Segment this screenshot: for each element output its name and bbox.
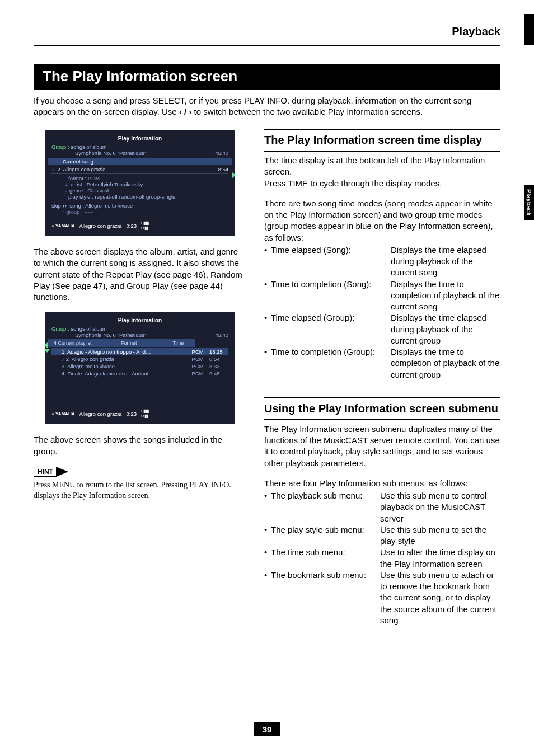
list-item: •The play style sub menu:Use this sub me… bbox=[264, 524, 500, 547]
artist-icon: ♫ bbox=[65, 181, 69, 187]
hint-text: Press MENU to return to the list screen.… bbox=[34, 480, 246, 501]
yamaha-brand-2: ● YAMAHA bbox=[51, 411, 74, 416]
section-rule bbox=[264, 151, 500, 152]
ss1-footer-title: Allegro con grazia bbox=[79, 223, 121, 229]
ss1-song-title: Allegro con grazia bbox=[63, 166, 105, 172]
list-item: •Time to completion (Group):Displays the… bbox=[264, 346, 500, 381]
page-edge-tab bbox=[524, 14, 534, 45]
playlist-row: 3 Allegro molto vivacePCM8:33 bbox=[51, 363, 228, 370]
hint-arrow-icon bbox=[56, 467, 68, 477]
ss1-play-style: play style : repeat-off random-off group… bbox=[51, 194, 175, 200]
ss2-title: Play Information bbox=[51, 317, 228, 323]
section-header: Playback bbox=[452, 25, 500, 38]
left-column: Play Information Group : songs of album … bbox=[34, 126, 246, 626]
ss1-group-line1: songs of album bbox=[71, 144, 106, 150]
list-item: •The bookmark sub menu:Use this sub menu… bbox=[264, 570, 500, 626]
ss1-title: Play Information bbox=[51, 135, 228, 142]
ss1-skip-group: + group : ----- bbox=[51, 209, 93, 215]
sec2-p2: There are four Play Information sub menu… bbox=[264, 478, 500, 489]
play-info-screenshot-1: Play Information Group : songs of album … bbox=[45, 130, 235, 236]
ss2-group-label: Group : bbox=[51, 326, 69, 332]
nav-arrow-right-icon bbox=[232, 172, 236, 178]
section-rule bbox=[264, 397, 500, 398]
left-paragraph-1: The above screen displays the album, art… bbox=[34, 246, 246, 303]
sec2-p1: The Play Information screen submenu dupl… bbox=[264, 424, 500, 469]
playlist-row: ♪2 Allegro con graziaPCM8:54 bbox=[51, 355, 228, 363]
submenus-list: •The playback sub menu:Use this sub menu… bbox=[264, 490, 500, 626]
section-title-submenu: Using the Play Information screen submen… bbox=[264, 402, 500, 416]
sec1-p2: Press TIME to cycle through the display … bbox=[264, 178, 500, 189]
level-meter-icon-2: L ▮▮▮R ▮▮ bbox=[141, 408, 148, 419]
hint-flag: HINT bbox=[34, 467, 57, 477]
section-rule bbox=[264, 419, 500, 420]
ss2-col-format: Format bbox=[120, 340, 144, 346]
nav-arrow-left-icon bbox=[44, 342, 48, 348]
play-info-screenshot-2: Play Information Group : songs of album … bbox=[45, 312, 235, 424]
intro-paragraph: If you choose a song and press SELECT, o… bbox=[34, 95, 500, 118]
yamaha-brand: ● YAMAHA bbox=[51, 223, 74, 228]
playlist-row: 4 Finale. Adagio lamentoso - Andant…PCM9… bbox=[51, 370, 228, 377]
ss1-group-label: Group : bbox=[51, 144, 69, 150]
ss1-song-time: 8:54 bbox=[218, 166, 229, 172]
left-paragraph-2: The above screen shows the songs include… bbox=[34, 434, 246, 457]
ss1-artist: artist : Peter Ilyich Tchaikovsky bbox=[71, 181, 143, 187]
sec1-p1: The time display is at the bottom left o… bbox=[264, 155, 500, 178]
list-item: •The time sub menu:Use to alter the time… bbox=[264, 547, 500, 570]
ss1-skip: skip ⏭ song : Allegro molto vivace bbox=[51, 203, 133, 209]
left-right-glyph: ‹ / › bbox=[179, 107, 192, 116]
ss2-group-line1: songs of album bbox=[71, 326, 106, 332]
genre-icon: ♩ bbox=[65, 187, 68, 194]
hint-block: HINT Press MENU to return to the list sc… bbox=[34, 466, 246, 501]
list-item: •Time to completion (Song):Displays the … bbox=[264, 279, 500, 313]
intro-text-b: to switch between the two available Play… bbox=[191, 107, 423, 116]
header-rule bbox=[34, 45, 500, 46]
list-item: •The playback sub menu:Use this sub menu… bbox=[264, 490, 500, 524]
side-section-tab: Playback bbox=[524, 185, 534, 220]
sec1-p3: There are two song time modes (song mode… bbox=[264, 198, 500, 243]
page-number: 39 bbox=[0, 722, 534, 736]
ss1-total-time: 45:40 bbox=[215, 150, 228, 156]
ss2-footer-time: 0:23 bbox=[126, 411, 137, 417]
ss1-group-line2: Symphonie No. 6 "Pathetique" bbox=[51, 150, 147, 156]
note-icon: ♪ bbox=[51, 166, 54, 172]
ss1-song-num: 2 bbox=[57, 166, 60, 172]
section-rule bbox=[264, 129, 500, 130]
nav-arrow-down-icon bbox=[44, 349, 50, 353]
ss2-playlist-label: 4 Current playlist bbox=[54, 340, 92, 346]
ss2-col-time: Time bbox=[172, 340, 191, 346]
ss1-footer-time: 0:23 bbox=[126, 223, 137, 229]
time-modes-list: •Time elapsed (Song):Displays the time e… bbox=[264, 245, 500, 381]
section-title-time-display: The Play Information screen time display bbox=[264, 133, 500, 147]
right-column: The Play Information screen time display… bbox=[264, 126, 500, 626]
playlist-row: 1 Adagio - Allegro non troppo - And…PCM1… bbox=[51, 348, 228, 355]
ss1-genre: genre : Classical bbox=[69, 187, 109, 194]
level-meter-icon: L ▮▮▮R ▮▮ bbox=[141, 220, 148, 231]
ss2-group-line2: Symphonie No. 6 "Pathetique" bbox=[51, 332, 147, 338]
ss2-footer-title: Allegro con grazia bbox=[79, 411, 121, 417]
ss1-current-song-label: Current song bbox=[51, 158, 93, 165]
list-item: •Time elapsed (Song):Displays the time e… bbox=[264, 245, 500, 279]
page-title-banner: The Play Information screen bbox=[34, 64, 500, 90]
ss1-format: format : PCM bbox=[51, 175, 100, 181]
list-item: •Time elapsed (Group):Displays the time … bbox=[264, 312, 500, 346]
ss2-total-time: 45:40 bbox=[215, 332, 228, 338]
